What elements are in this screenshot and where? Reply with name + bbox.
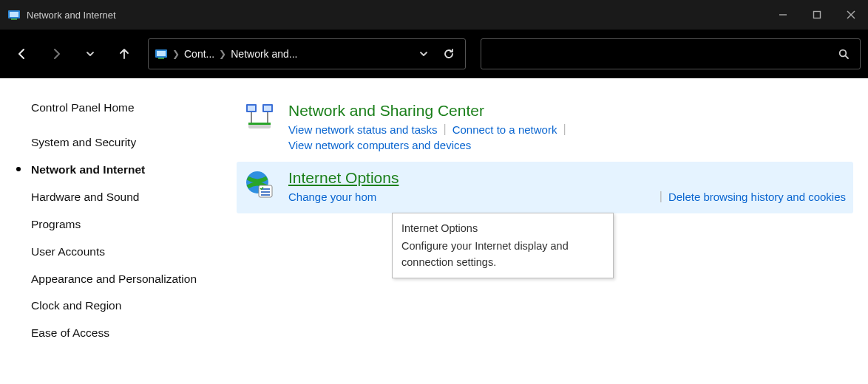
link-separator: | bbox=[444, 123, 447, 136]
svg-rect-17 bbox=[248, 123, 271, 125]
refresh-button[interactable] bbox=[438, 48, 459, 60]
sidebar-item-appearance-and-personalization[interactable]: Appearance and Personalization bbox=[31, 266, 200, 293]
sidebar-item-label: Hardware and Sound bbox=[31, 191, 140, 203]
svg-rect-9 bbox=[158, 58, 164, 59]
sidebar-item-label: Appearance and Personalization bbox=[31, 272, 197, 285]
sidebar-item-hardware-and-sound[interactable]: Hardware and Sound bbox=[31, 184, 200, 211]
forward-button[interactable] bbox=[41, 39, 71, 69]
close-button[interactable] bbox=[834, 0, 868, 30]
search-input[interactable] bbox=[481, 38, 861, 69]
address-bar[interactable]: ❯ Cont... ❯ Network and... bbox=[148, 38, 466, 69]
link-separator: | bbox=[660, 190, 662, 203]
tooltip-title: Internet Options bbox=[401, 221, 604, 237]
back-button[interactable] bbox=[7, 39, 37, 69]
network-sharing-center-icon bbox=[244, 102, 275, 133]
svg-line-11 bbox=[845, 55, 848, 58]
sidebar-item-ease-of-access[interactable]: Ease of Access bbox=[31, 320, 200, 347]
breadcrumb-network-and-internet[interactable]: Network and... bbox=[231, 48, 297, 60]
category-title-network-sharing-center[interactable]: Network and Sharing Center bbox=[288, 102, 846, 120]
sidebar-item-label: Clock and Region bbox=[31, 299, 121, 312]
svg-rect-1 bbox=[10, 12, 18, 17]
sidebar-item-clock-and-region[interactable]: Clock and Region bbox=[31, 292, 200, 320]
sidebar-item-label: System and Security bbox=[31, 136, 136, 148]
category-network-sharing-center: Network and Sharing Center View network … bbox=[237, 95, 853, 162]
nav-toolbar: ❯ Cont... ❯ Network and... bbox=[0, 30, 868, 78]
tooltip-internet-options: Internet Options Configure your Internet… bbox=[392, 213, 614, 278]
sidebar-item-label: Programs bbox=[31, 218, 81, 230]
svg-rect-2 bbox=[11, 18, 17, 20]
window-title: Network and Internet bbox=[27, 10, 116, 21]
sidebar-item-label: Control Panel Home bbox=[31, 101, 135, 114]
up-button[interactable] bbox=[109, 39, 139, 69]
svg-rect-8 bbox=[157, 51, 166, 56]
recent-locations-button[interactable] bbox=[75, 39, 105, 69]
minimize-button[interactable] bbox=[766, 0, 800, 30]
link-view-network-computers-and-devices[interactable]: View network computers and devices bbox=[288, 139, 471, 151]
tooltip-body: Configure your Internet display and conn… bbox=[401, 239, 604, 271]
link-view-network-status-and-tasks[interactable]: View network status and tasks bbox=[288, 123, 438, 136]
sidebar-item-label: Network and Internet bbox=[31, 163, 145, 176]
sidebar-item-label: User Accounts bbox=[31, 245, 105, 258]
sidebar-item-network-and-internet[interactable]: Network and Internet bbox=[31, 157, 200, 184]
breadcrumb-control-panel[interactable]: Cont... bbox=[184, 48, 214, 60]
sidebar-item-system-and-security[interactable]: System and Security bbox=[31, 129, 200, 157]
sidebar-item-label: Ease of Access bbox=[31, 326, 109, 339]
internet-options-icon bbox=[244, 169, 275, 200]
link-change-your-homepage[interactable]: Change your hom bbox=[288, 191, 376, 203]
search-icon bbox=[838, 48, 850, 60]
category-title-internet-options[interactable]: Internet Options bbox=[288, 169, 846, 187]
maximize-button[interactable] bbox=[800, 0, 834, 30]
control-panel-app-icon bbox=[7, 8, 21, 21]
sidebar-item-user-accounts[interactable]: User Accounts bbox=[31, 239, 200, 266]
link-separator: | bbox=[563, 123, 566, 136]
sidebar-item-programs[interactable]: Programs bbox=[31, 211, 200, 239]
category-internet-options: Internet Options Change your hom | Delet… bbox=[237, 162, 853, 213]
breadcrumb-chevron-icon[interactable]: ❯ bbox=[172, 49, 180, 59]
sidebar: Control Panel Home System and Security N… bbox=[0, 95, 214, 347]
control-panel-breadcrumb-icon bbox=[155, 47, 168, 61]
breadcrumb-chevron-icon[interactable]: ❯ bbox=[219, 49, 226, 59]
svg-rect-14 bbox=[248, 106, 255, 111]
svg-rect-4 bbox=[814, 12, 821, 18]
link-delete-browsing-history-and-cookies[interactable]: Delete browsing history and cookies bbox=[668, 191, 846, 203]
link-connect-to-a-network[interactable]: Connect to a network bbox=[452, 123, 557, 136]
titlebar: Network and Internet bbox=[0, 0, 868, 30]
address-history-dropdown[interactable] bbox=[413, 49, 434, 59]
sidebar-item-control-panel-home[interactable]: Control Panel Home bbox=[31, 95, 200, 122]
svg-rect-15 bbox=[264, 106, 271, 111]
